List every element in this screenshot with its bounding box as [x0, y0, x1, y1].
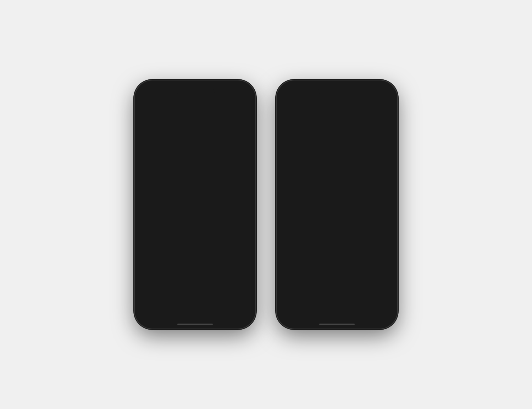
- svg-rect-2: [173, 312, 176, 315]
- playlists-section-header: Подборки: [140, 165, 250, 177]
- recent-show-all[interactable]: Показать все: [220, 244, 246, 249]
- svg-point-9: [217, 316, 218, 317]
- track-info-temptation: Temptation Cradle Of Filth: [160, 256, 210, 265]
- svg-rect-1: [170, 312, 173, 315]
- play-button-today[interactable]: [177, 208, 187, 218]
- track-more-veselei[interactable]: ···: [366, 144, 372, 150]
- track-artist-krash: Клава Кока, NILETTO: [302, 166, 352, 170]
- tab-moya-muzyka-left[interactable]: Моя музыка: [144, 115, 178, 126]
- search-bar-right: ‹ 🔍 Поиск музыки: [282, 101, 392, 115]
- back-arrow-left[interactable]: ‹: [144, 105, 146, 112]
- phone-screen-left: 12:30 ▲ ‹ 🔍 Поиск музыки: [140, 85, 250, 324]
- tab-dlya-vas-right[interactable]: Для Вас: [320, 115, 354, 126]
- artists-section-header: Музыканты для Вас Показать все: [140, 126, 250, 138]
- svg-rect-0: [148, 314, 154, 319]
- svg-point-7: [218, 315, 219, 316]
- scroll-content-right: Новинки Показать все Веселей E Скриптони…: [282, 126, 392, 308]
- track-duration-veselei: 3:38: [355, 144, 363, 149]
- wifi-icon-right: ▲: [370, 93, 374, 98]
- artist-avatar-oasis: [190, 138, 209, 156]
- bottom-tab-profile-right[interactable]: [377, 311, 386, 319]
- artist-item[interactable]: Three D...: [235, 138, 250, 162]
- track-item-krash[interactable]: Краш Клава Кока, NILETTO 2:54 ···: [282, 156, 392, 174]
- albums-section-title: Новые альбомы: [286, 195, 330, 201]
- games-icon-right: [355, 311, 363, 319]
- chart-show-all[interactable]: Показать все: [362, 253, 388, 258]
- tab-obzor-right[interactable]: Обзор: [354, 115, 388, 126]
- status-bar-left: 12:30 ▲: [140, 85, 250, 101]
- playlist-label-today: Сегодня: [148, 181, 174, 188]
- track-more-cadillac[interactable]: ···: [366, 267, 372, 273]
- track-duration-temptation: 3:47: [213, 258, 221, 263]
- tab-obzor-left[interactable]: Обзор: [212, 115, 246, 126]
- tabs-right: Моя музыка Для Вас Обзор: [282, 115, 392, 126]
- bottom-tab-music-right[interactable]: [311, 311, 319, 319]
- tab-dlya-vas-left[interactable]: Для Вас: [178, 115, 212, 126]
- phone-screen-right: 12:30 ▲ ‹ 🔍 Поиск музыки: [282, 85, 392, 324]
- artist-item[interactable]: Kings Of L...: [212, 138, 232, 162]
- bottom-tab-messages-left[interactable]: [191, 311, 199, 319]
- track-thumb-pretender: [144, 271, 157, 285]
- album-item-horus[interactable]: HORUS Вопрос вр... Horus, Зар...: [355, 205, 387, 246]
- track-item-temptation[interactable]: Temptation Cradle Of Filth 3:47 ···: [140, 251, 250, 269]
- recent-section-title: Недавно прослушанные: [144, 243, 209, 249]
- track-more-temptation[interactable]: ···: [224, 257, 230, 263]
- track-more-deeplove[interactable]: ···: [366, 180, 372, 186]
- status-icons-left: ▲: [220, 93, 242, 98]
- track-right-thumb-pretender: [233, 271, 246, 285]
- artists-show-all[interactable]: Показать все: [220, 130, 246, 135]
- playlist-card-week[interactable]: Неделя Музыка для Вас обновлёнв четверг: [194, 178, 240, 235]
- artist-item[interactable]: Bring Me T...: [167, 138, 187, 162]
- track-more-pretender[interactable]: ···: [224, 275, 230, 281]
- track-more-krash[interactable]: ···: [366, 162, 372, 168]
- album-cover-horus: HORUS: [355, 205, 387, 237]
- albums-show-all[interactable]: Показать все: [362, 196, 388, 201]
- bottom-tab-home-right[interactable]: [288, 311, 297, 319]
- album-artist-iroh: IROH: [321, 242, 353, 246]
- status-time-right: 12:30: [290, 93, 303, 98]
- artist-item[interactable]: Evanesc...: [144, 138, 164, 162]
- bottom-tab-games-left[interactable]: [213, 311, 221, 319]
- track-item-pretender[interactable]: The Pretender Foo Fighters 4:27 ···: [140, 269, 250, 287]
- new-tracks-show-all[interactable]: Показать все: [362, 130, 388, 135]
- svg-rect-13: [315, 312, 318, 315]
- track-item-veselei[interactable]: Веселей E Скриптонит 3:38 ···: [282, 138, 392, 156]
- artist-avatar-evanescence: [145, 138, 163, 156]
- track-name-krash: Краш: [302, 160, 352, 166]
- tab-moya-muzyka-right[interactable]: Моя музыка: [286, 115, 320, 126]
- back-arrow-right[interactable]: ‹: [286, 105, 288, 112]
- signal-bars-right: [361, 93, 368, 97]
- svg-rect-15: [315, 315, 318, 318]
- track-item-deeplove[interactable]: DEEP LOVE Slame, Cherocky 2:51 ···: [282, 174, 392, 192]
- artist-item[interactable]: Oasis: [189, 138, 209, 162]
- track-right-thumb-veselei: [375, 140, 388, 153]
- track-duration-pretender: 4:27: [213, 276, 221, 281]
- album-artist-ss20: Yanix: [286, 242, 318, 246]
- play-button-week[interactable]: [227, 208, 237, 218]
- artist-name-three: Three D...: [237, 158, 250, 162]
- svg-rect-4: [173, 315, 176, 318]
- track-thumb-deeplove: [286, 176, 299, 190]
- playlists-section-title: Подборки: [144, 169, 170, 175]
- track-name-temptation: Temptation: [160, 256, 210, 261]
- svg-point-10: [238, 312, 241, 315]
- playlist-card-today[interactable]: Сегодня Музыка сегодня ● обновлён сегодн…: [144, 178, 190, 235]
- album-cover-text-ss20: SPRINGSUMMER 20: [287, 223, 310, 235]
- search-input-right[interactable]: 🔍 Поиск музыки: [291, 103, 388, 113]
- bottom-tab-messages-right[interactable]: [333, 311, 341, 319]
- wifi-icon-left: ▲: [228, 93, 232, 98]
- bottom-tab-music-left[interactable]: [169, 311, 177, 319]
- track-item-cadillac[interactable]: Cadillac E MORGENSHTERN, Элджей 2:57 ···: [282, 261, 392, 279]
- bottom-tab-home-left[interactable]: [146, 311, 155, 319]
- track-info-veselei: Веселей E Скриптонит: [302, 142, 352, 152]
- search-input-left[interactable]: 🔍 Поиск музыки: [149, 103, 246, 113]
- svg-point-18: [360, 315, 361, 316]
- album-cover-ss20: SPRINGSUMMER 20: [286, 205, 318, 237]
- bottom-tab-profile-left[interactable]: [235, 311, 244, 319]
- search-bar-left: ‹ 🔍 Поиск музыки: [140, 101, 250, 115]
- album-item-iroh[interactable]: IROH Моя преступность IROH: [321, 205, 353, 246]
- chart-section-header: Чарт ВКонтакте Показать все: [282, 249, 392, 261]
- search-placeholder-left: Поиск музыки: [160, 105, 192, 111]
- album-item-ss20[interactable]: SPRINGSUMMER 20 SS 20 Yanix: [286, 205, 318, 246]
- bottom-tab-games-right[interactable]: [355, 311, 363, 319]
